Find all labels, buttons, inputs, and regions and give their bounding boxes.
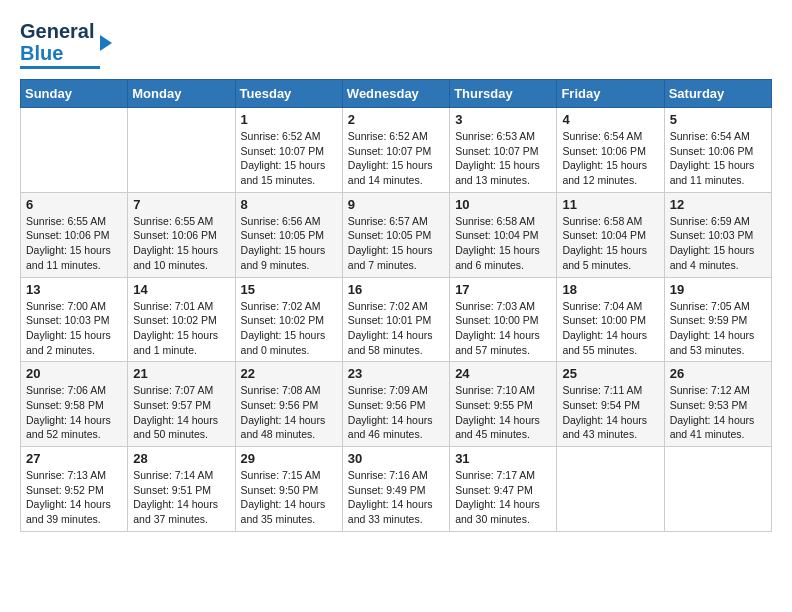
calendar-cell: 12Sunrise: 6:59 AMSunset: 10:03 PMDaylig… [664,192,771,277]
day-number: 7 [133,197,229,212]
calendar-cell: 30Sunrise: 7:16 AMSunset: 9:49 PMDayligh… [342,447,449,532]
weekday-header-wednesday: Wednesday [342,80,449,108]
calendar-cell: 21Sunrise: 7:07 AMSunset: 9:57 PMDayligh… [128,362,235,447]
logo-general: General [20,20,94,42]
day-content: Sunrise: 7:02 AMSunset: 10:01 PMDaylight… [348,299,444,358]
day-content: Sunrise: 7:01 AMSunset: 10:02 PMDaylight… [133,299,229,358]
calendar-week-4: 20Sunrise: 7:06 AMSunset: 9:58 PMDayligh… [21,362,772,447]
calendar-week-5: 27Sunrise: 7:13 AMSunset: 9:52 PMDayligh… [21,447,772,532]
calendar-cell: 7Sunrise: 6:55 AMSunset: 10:06 PMDayligh… [128,192,235,277]
day-content: Sunrise: 7:16 AMSunset: 9:49 PMDaylight:… [348,468,444,527]
day-number: 12 [670,197,766,212]
day-number: 29 [241,451,337,466]
day-content: Sunrise: 6:58 AMSunset: 10:04 PMDaylight… [455,214,551,273]
calendar-cell: 28Sunrise: 7:14 AMSunset: 9:51 PMDayligh… [128,447,235,532]
day-content: Sunrise: 7:06 AMSunset: 9:58 PMDaylight:… [26,383,122,442]
calendar-cell: 20Sunrise: 7:06 AMSunset: 9:58 PMDayligh… [21,362,128,447]
calendar-cell: 25Sunrise: 7:11 AMSunset: 9:54 PMDayligh… [557,362,664,447]
calendar-cell: 15Sunrise: 7:02 AMSunset: 10:02 PMDaylig… [235,277,342,362]
day-number: 14 [133,282,229,297]
day-content: Sunrise: 7:11 AMSunset: 9:54 PMDaylight:… [562,383,658,442]
day-content: Sunrise: 6:55 AMSunset: 10:06 PMDaylight… [133,214,229,273]
day-content: Sunrise: 7:14 AMSunset: 9:51 PMDaylight:… [133,468,229,527]
calendar-cell: 14Sunrise: 7:01 AMSunset: 10:02 PMDaylig… [128,277,235,362]
calendar-cell: 10Sunrise: 6:58 AMSunset: 10:04 PMDaylig… [450,192,557,277]
calendar-cell: 4Sunrise: 6:54 AMSunset: 10:06 PMDayligh… [557,108,664,193]
day-number: 23 [348,366,444,381]
day-number: 13 [26,282,122,297]
day-content: Sunrise: 7:02 AMSunset: 10:02 PMDaylight… [241,299,337,358]
calendar-cell: 22Sunrise: 7:08 AMSunset: 9:56 PMDayligh… [235,362,342,447]
day-content: Sunrise: 6:59 AMSunset: 10:03 PMDaylight… [670,214,766,273]
day-number: 21 [133,366,229,381]
day-content: Sunrise: 6:52 AMSunset: 10:07 PMDaylight… [241,129,337,188]
day-content: Sunrise: 7:10 AMSunset: 9:55 PMDaylight:… [455,383,551,442]
svg-marker-0 [100,35,112,51]
day-content: Sunrise: 6:56 AMSunset: 10:05 PMDaylight… [241,214,337,273]
weekday-header-thursday: Thursday [450,80,557,108]
calendar-cell [664,447,771,532]
calendar-cell: 29Sunrise: 7:15 AMSunset: 9:50 PMDayligh… [235,447,342,532]
day-content: Sunrise: 7:07 AMSunset: 9:57 PMDaylight:… [133,383,229,442]
weekday-header-monday: Monday [128,80,235,108]
day-number: 28 [133,451,229,466]
calendar-cell [21,108,128,193]
day-content: Sunrise: 7:05 AMSunset: 9:59 PMDaylight:… [670,299,766,358]
day-content: Sunrise: 6:57 AMSunset: 10:05 PMDaylight… [348,214,444,273]
calendar-cell: 5Sunrise: 6:54 AMSunset: 10:06 PMDayligh… [664,108,771,193]
day-number: 31 [455,451,551,466]
weekday-header-sunday: Sunday [21,80,128,108]
logo-blue: Blue [20,42,94,64]
calendar-cell: 11Sunrise: 6:58 AMSunset: 10:04 PMDaylig… [557,192,664,277]
day-content: Sunrise: 6:55 AMSunset: 10:06 PMDaylight… [26,214,122,273]
calendar-cell: 17Sunrise: 7:03 AMSunset: 10:00 PMDaylig… [450,277,557,362]
calendar-cell: 19Sunrise: 7:05 AMSunset: 9:59 PMDayligh… [664,277,771,362]
day-content: Sunrise: 7:17 AMSunset: 9:47 PMDaylight:… [455,468,551,527]
calendar-cell: 18Sunrise: 7:04 AMSunset: 10:00 PMDaylig… [557,277,664,362]
day-number: 1 [241,112,337,127]
day-content: Sunrise: 7:00 AMSunset: 10:03 PMDaylight… [26,299,122,358]
day-number: 9 [348,197,444,212]
calendar-cell: 16Sunrise: 7:02 AMSunset: 10:01 PMDaylig… [342,277,449,362]
weekday-header-friday: Friday [557,80,664,108]
day-number: 5 [670,112,766,127]
day-content: Sunrise: 7:09 AMSunset: 9:56 PMDaylight:… [348,383,444,442]
weekday-header-saturday: Saturday [664,80,771,108]
logo: General Blue [20,20,116,69]
day-number: 11 [562,197,658,212]
day-content: Sunrise: 6:52 AMSunset: 10:07 PMDaylight… [348,129,444,188]
day-content: Sunrise: 7:04 AMSunset: 10:00 PMDaylight… [562,299,658,358]
calendar-cell: 13Sunrise: 7:00 AMSunset: 10:03 PMDaylig… [21,277,128,362]
logo-arrow-icon [96,31,116,53]
calendar-cell [128,108,235,193]
day-number: 8 [241,197,337,212]
day-content: Sunrise: 6:54 AMSunset: 10:06 PMDaylight… [562,129,658,188]
day-content: Sunrise: 7:15 AMSunset: 9:50 PMDaylight:… [241,468,337,527]
calendar-cell: 2Sunrise: 6:52 AMSunset: 10:07 PMDayligh… [342,108,449,193]
logo-underline [20,66,100,69]
calendar-cell: 3Sunrise: 6:53 AMSunset: 10:07 PMDayligh… [450,108,557,193]
calendar-cell: 23Sunrise: 7:09 AMSunset: 9:56 PMDayligh… [342,362,449,447]
calendar-table: SundayMondayTuesdayWednesdayThursdayFrid… [20,79,772,532]
day-number: 17 [455,282,551,297]
calendar-cell: 31Sunrise: 7:17 AMSunset: 9:47 PMDayligh… [450,447,557,532]
day-content: Sunrise: 6:54 AMSunset: 10:06 PMDaylight… [670,129,766,188]
day-content: Sunrise: 7:03 AMSunset: 10:00 PMDaylight… [455,299,551,358]
day-content: Sunrise: 6:53 AMSunset: 10:07 PMDaylight… [455,129,551,188]
calendar-cell: 6Sunrise: 6:55 AMSunset: 10:06 PMDayligh… [21,192,128,277]
calendar-cell: 24Sunrise: 7:10 AMSunset: 9:55 PMDayligh… [450,362,557,447]
calendar-cell: 8Sunrise: 6:56 AMSunset: 10:05 PMDayligh… [235,192,342,277]
calendar-cell: 27Sunrise: 7:13 AMSunset: 9:52 PMDayligh… [21,447,128,532]
day-number: 19 [670,282,766,297]
calendar-cell: 1Sunrise: 6:52 AMSunset: 10:07 PMDayligh… [235,108,342,193]
day-number: 16 [348,282,444,297]
page-header: General Blue [20,20,772,69]
day-number: 3 [455,112,551,127]
day-content: Sunrise: 7:13 AMSunset: 9:52 PMDaylight:… [26,468,122,527]
day-number: 4 [562,112,658,127]
calendar-week-1: 1Sunrise: 6:52 AMSunset: 10:07 PMDayligh… [21,108,772,193]
day-number: 30 [348,451,444,466]
weekday-header-tuesday: Tuesday [235,80,342,108]
day-number: 22 [241,366,337,381]
day-number: 20 [26,366,122,381]
